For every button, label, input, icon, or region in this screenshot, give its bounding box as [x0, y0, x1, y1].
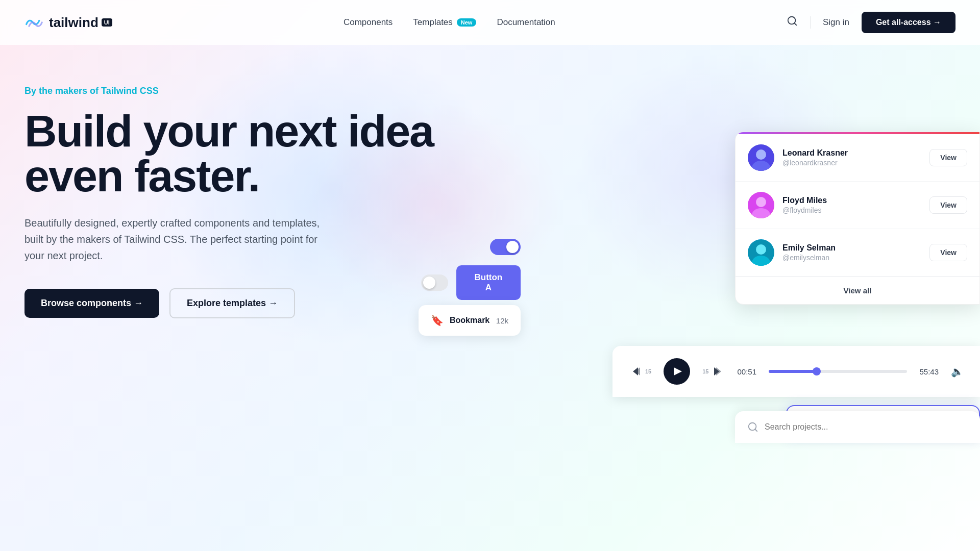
bookmark-icon: 🔖 [431, 314, 444, 327]
user-item-0: Leonard Krasner @leonardkrasner View [736, 134, 979, 182]
svg-line-12 [755, 429, 757, 431]
nav-divider [810, 16, 811, 29]
user-handle-1: @floydmiles [782, 206, 921, 214]
skip-forward-label: 15 [702, 368, 708, 374]
nav-documentation[interactable]: Documentation [497, 17, 555, 28]
logo-text: tailwind [49, 15, 99, 31]
logo-wave-icon [24, 16, 43, 29]
user-handle-0: @leonardkrasner [782, 159, 921, 167]
view-button-1[interactable]: View [929, 196, 967, 214]
skip-back-label: 15 [645, 368, 651, 374]
floating-ui-demo: Button A 🔖 Bookmark 12k Leonard Krasner … [490, 45, 980, 443]
audio-current-time: 00:51 [738, 367, 757, 376]
svg-point-9 [756, 244, 766, 255]
nav-actions: Sign in Get all-access → [787, 12, 955, 33]
search-projects-icon [747, 421, 758, 433]
sign-in-link[interactable]: Sign in [823, 17, 849, 28]
search-projects-input[interactable] [765, 422, 968, 432]
nav-components[interactable]: Components [344, 17, 393, 28]
svg-point-3 [756, 149, 766, 160]
user-name-1: Floyd Miles [782, 196, 921, 205]
templates-badge: New [457, 18, 477, 27]
search-button[interactable] [787, 15, 798, 30]
get-access-button[interactable]: Get all-access → [862, 12, 955, 33]
user-list-card: Leonard Krasner @leonardkrasner View Flo… [735, 132, 980, 305]
play-button[interactable] [664, 358, 690, 385]
user-handle-2: @emilyselman [782, 254, 921, 262]
svg-line-1 [794, 23, 796, 25]
logo-area: tailwind UI [24, 15, 112, 31]
user-item-1: Floyd Miles @floydmiles View [736, 182, 979, 229]
search-card [735, 411, 980, 443]
play-icon [674, 367, 682, 375]
explore-templates-button[interactable]: Explore templates → [169, 288, 295, 318]
search-icon [787, 15, 798, 27]
user-name-0: Leonard Krasner [782, 148, 921, 158]
hero-content: By the makers of Tailwind CSS Build your… [0, 45, 459, 318]
view-button-0[interactable]: View [929, 149, 967, 166]
skip-forward-button[interactable]: 15 [702, 364, 725, 379]
bookmark-card: 🔖 Bookmark 12k [419, 305, 521, 336]
avatar-leonard [748, 144, 774, 171]
hero-title: Build your next idea even faster. [24, 109, 435, 198]
user-info-1: Floyd Miles @floydmiles [782, 196, 921, 214]
button-a[interactable]: Button A [456, 265, 521, 300]
hero-buttons: Browse components → Explore templates → [24, 288, 435, 318]
nav-links: Components Templates New Documentation [344, 17, 555, 28]
toggle-demo: Button A [421, 239, 521, 300]
volume-icon[interactable]: 🔈 [951, 365, 964, 378]
audio-progress-fill [769, 370, 817, 373]
toggle-on[interactable] [490, 239, 521, 255]
audio-duration: 55:43 [919, 367, 939, 376]
nav-templates[interactable]: Templates New [413, 17, 476, 28]
avatar-emily [748, 239, 774, 266]
avatar-floyd [748, 192, 774, 218]
view-button-2[interactable]: View [929, 244, 967, 261]
hero-tagline: By the makers of Tailwind CSS [24, 86, 435, 96]
audio-player: 15 15 00:51 55:43 🔈 [612, 346, 980, 397]
user-info-2: Emily Selman @emilyselman [782, 243, 921, 262]
user-info-0: Leonard Krasner @leonardkrasner [782, 148, 921, 167]
skip-back-button[interactable]: 15 [629, 364, 651, 379]
user-item-2: Emily Selman @emilyselman View [736, 229, 979, 277]
bookmark-label: Bookmark [450, 316, 489, 325]
view-all-row[interactable]: View all [736, 277, 979, 304]
skip-back-icon [629, 364, 643, 379]
browse-components-button[interactable]: Browse components → [24, 289, 159, 318]
skip-forward-icon [711, 364, 725, 379]
audio-progress-bar[interactable] [769, 370, 907, 373]
navbar: tailwind UI Components Templates New Doc… [0, 0, 980, 45]
user-name-2: Emily Selman [782, 243, 921, 253]
logo-badge: UI [102, 18, 112, 27]
svg-point-6 [756, 197, 766, 207]
view-all-text: View all [844, 286, 872, 295]
bookmark-count: 12k [496, 316, 508, 325]
logo[interactable]: tailwind UI [49, 15, 112, 31]
toggle-off[interactable] [421, 274, 448, 291]
hero-description: Beautifully designed, expertly crafted c… [24, 215, 331, 264]
